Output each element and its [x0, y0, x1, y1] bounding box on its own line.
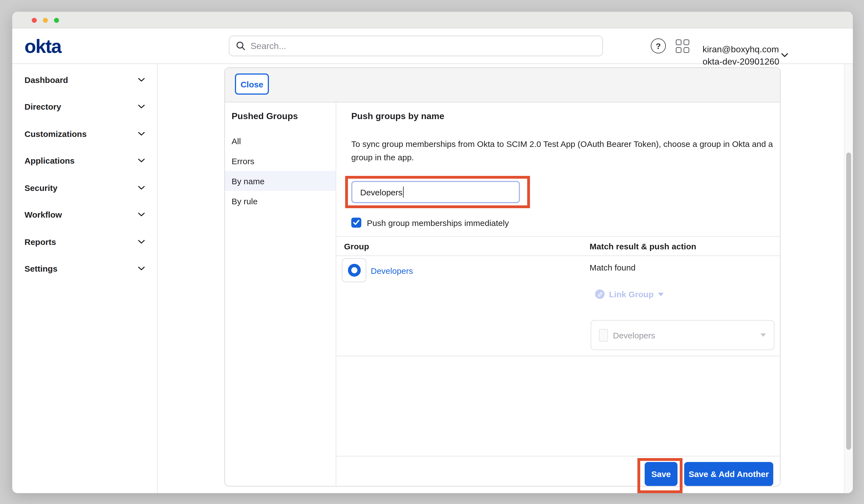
chevron-down-icon [138, 186, 145, 190]
chevron-down-icon [138, 159, 145, 163]
save-button[interactable]: Save [645, 462, 677, 486]
scrollbar-track[interactable] [844, 64, 853, 493]
user-email: kiran@boxyhq.com [703, 44, 776, 56]
group-name-input[interactable]: Developers [351, 181, 520, 203]
global-search[interactable] [229, 36, 603, 56]
divider [336, 236, 780, 237]
grid-square [683, 47, 689, 52]
sidebar-nav: Dashboard Directory Customizations Appli… [12, 64, 158, 493]
group-name-link[interactable]: Developers [371, 266, 413, 276]
save-add-another-button[interactable]: Save & Add Another [684, 462, 773, 486]
chevron-down-icon [138, 132, 145, 136]
nav-item-by-rule[interactable]: By rule [225, 191, 336, 211]
help-icon[interactable]: ? [651, 38, 666, 53]
column-header-match: Match result & push action [590, 242, 696, 251]
chevron-down-icon [138, 267, 145, 271]
sidebar-item-security[interactable]: Security [12, 174, 157, 201]
chevron-down-icon [138, 105, 145, 109]
page-title: Push groups by name [351, 111, 444, 121]
nav-item-all[interactable]: All [225, 131, 336, 151]
chevron-down-icon [138, 78, 145, 82]
column-header-group: Group [344, 242, 369, 251]
sidebar-item-directory[interactable]: Directory [12, 93, 157, 120]
chevron-down-icon [138, 213, 145, 217]
push-groups-panel: Close Pushed Groups All Errors By name B… [224, 67, 780, 487]
sidebar-item-dashboard[interactable]: Dashboard [12, 66, 157, 93]
apps-grid-icon[interactable] [676, 39, 689, 53]
divider [336, 356, 780, 356]
description-text: To sync group memberships from Okta to S… [351, 137, 776, 164]
app-header: okta ? kiran@boxyhq.com okta-dev-2090126… [12, 28, 853, 64]
okta-logo[interactable]: okta [24, 36, 61, 56]
grid-square [683, 39, 689, 45]
sidebar-item-applications[interactable]: Applications [12, 147, 157, 174]
target-group-value: Developers [613, 330, 760, 340]
sidebar-item-settings[interactable]: Settings [12, 255, 157, 282]
browser-window: okta ? kiran@boxyhq.com okta-dev-2090126… [12, 12, 853, 493]
sidebar-item-workflow[interactable]: Workflow [12, 201, 157, 228]
group-avatar [342, 258, 366, 282]
grid-square [676, 47, 681, 52]
group-name-value: Developers [360, 187, 403, 197]
user-org: okta-dev-20901260 [703, 56, 776, 68]
grid-square [676, 39, 681, 45]
pushed-groups-nav-list: All Errors By name By rule [225, 131, 336, 211]
scrollbar-thumb[interactable] [846, 153, 851, 450]
checkmark-icon [353, 220, 360, 225]
caret-down-icon [760, 333, 766, 337]
link-group-button[interactable]: Link Group [595, 289, 663, 299]
window-zoom-icon[interactable] [54, 17, 59, 23]
push-immediately-label: Push group memberships immediately [367, 218, 509, 227]
chevron-down-icon[interactable] [781, 53, 788, 57]
match-status: Match found [590, 263, 635, 272]
group-placeholder-icon [599, 329, 608, 341]
link-group-label: Link Group [609, 289, 653, 299]
push-immediately-checkbox[interactable] [351, 218, 361, 228]
user-account-menu[interactable]: kiran@boxyhq.com okta-dev-20901260 [703, 44, 776, 68]
divider [336, 456, 780, 456]
link-icon [595, 289, 604, 299]
pushed-groups-title: Pushed Groups [231, 111, 336, 121]
window-titlebar [12, 12, 853, 28]
text-caret [403, 187, 404, 197]
chevron-down-icon [138, 240, 145, 244]
window-minimize-icon[interactable] [43, 17, 48, 23]
pushed-groups-nav: Pushed Groups All Errors By name By rule [225, 103, 336, 486]
window-close-icon[interactable] [32, 17, 37, 23]
group-icon [348, 264, 360, 277]
sidebar-item-customizations[interactable]: Customizations [12, 120, 157, 147]
push-by-name-content: Push groups by name To sync group member… [336, 103, 780, 486]
close-button[interactable]: Close [235, 73, 269, 95]
panel-header: Close [225, 68, 780, 103]
screen: okta ? kiran@boxyhq.com okta-dev-2090126… [0, 0, 864, 504]
target-group-select[interactable]: Developers [591, 320, 775, 350]
search-input[interactable] [251, 41, 585, 51]
caret-down-icon [658, 292, 663, 296]
sidebar-item-reports[interactable]: Reports [12, 228, 157, 255]
nav-item-by-name[interactable]: By name [225, 171, 336, 191]
divider [336, 255, 780, 256]
search-icon [236, 41, 245, 51]
push-immediately-row: Push group memberships immediately [351, 218, 509, 228]
nav-item-errors[interactable]: Errors [225, 151, 336, 171]
